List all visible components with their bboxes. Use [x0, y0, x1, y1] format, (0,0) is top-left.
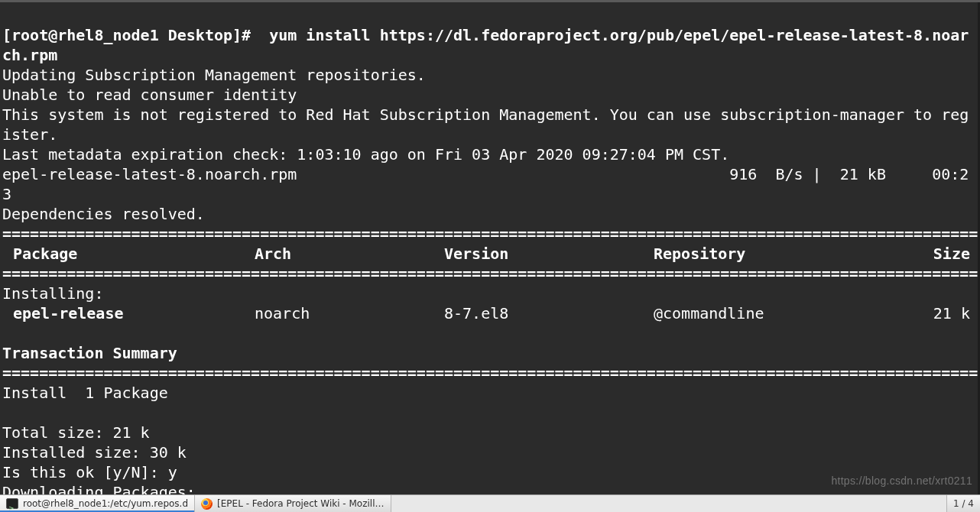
output-line: Downloading Packages:: [2, 483, 196, 494]
output-line: Last metadata expiration check: 1:03:10 …: [2, 145, 729, 164]
cell-repository: @commandline: [654, 303, 888, 323]
workspace-indicator[interactable]: 1 / 4: [946, 495, 980, 512]
col-header-repository: Repository: [654, 244, 888, 264]
cell-package: epel-release: [2, 303, 255, 323]
table-header: PackageArchVersionRepositorySize: [2, 244, 978, 264]
col-header-package: Package: [2, 244, 255, 264]
col-header-size: Size: [888, 244, 978, 264]
col-header-version: Version: [444, 244, 654, 264]
cell-size: 21 k: [888, 303, 978, 323]
firefox-icon: [201, 498, 213, 510]
transaction-summary-heading: Transaction Summary: [2, 344, 177, 362]
cell-arch: noarch: [255, 303, 444, 323]
output-line: This system is not registered to Red Hat…: [2, 105, 969, 144]
terminal-icon: [6, 498, 18, 509]
taskbar-item-terminal[interactable]: root@rhel8_node1:/etc/yum.repos.d: [0, 495, 195, 512]
rule-line: ========================================…: [2, 364, 980, 382]
taskbar-item-firefox[interactable]: [EPEL - Fedora Project Wiki - Mozill…: [195, 495, 391, 512]
section-installing: Installing:: [2, 284, 103, 303]
install-count-line: Install 1 Package: [2, 384, 168, 402]
cell-version: 8-7.el8: [444, 303, 654, 323]
workspace-label: 1 / 4: [953, 494, 974, 512]
confirm-line: Is this ok [y/N]: y: [2, 463, 177, 481]
taskbar-item-label: root@rhel8_node1:/etc/yum.repos.d: [23, 494, 188, 512]
shell-prompt: [root@rhel8_node1 Desktop]#: [2, 26, 260, 44]
terminal-pane[interactable]: [root@rhel8_node1 Desktop]# yum install …: [0, 0, 980, 494]
output-line: Updating Subscription Management reposit…: [2, 66, 426, 84]
output-line: Unable to read consumer identity: [2, 86, 297, 104]
output-line: Dependencies resolved.: [2, 205, 205, 223]
output-line: epel-release-latest-8.noarch.rpm 916 B/s…: [2, 165, 969, 203]
taskbar-item-label: [EPEL - Fedora Project Wiki - Mozill…: [217, 494, 384, 512]
rule-line: ========================================…: [2, 225, 980, 243]
taskbar-spacer: [391, 495, 947, 512]
total-size-line: Total size: 21 k: [2, 423, 150, 442]
rule-line: ========================================…: [2, 264, 980, 283]
table-row: epel-releasenoarch8-7.el8@commandline21 …: [2, 303, 978, 323]
col-header-arch: Arch: [255, 244, 444, 264]
taskbar: root@rhel8_node1:/etc/yum.repos.d [EPEL …: [0, 494, 980, 512]
installed-size-line: Installed size: 30 k: [2, 443, 187, 462]
